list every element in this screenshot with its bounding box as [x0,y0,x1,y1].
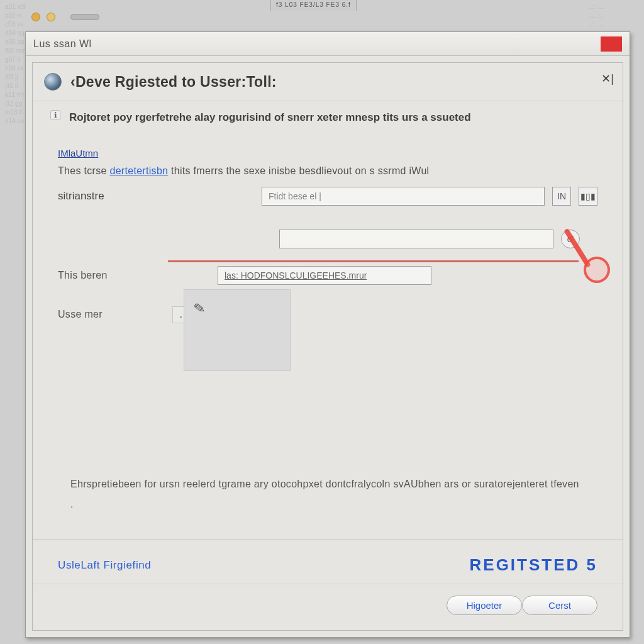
window-title: Lus ssan Wl [33,38,92,50]
info-icon: ℹ [50,110,60,120]
globe-icon [44,73,62,91]
annotation-underline [168,260,579,262]
readonly-path-field: las: HODFONSLCULIGEEHES.mrur [218,266,431,285]
description-line: Thes tcrse dertetertisbn thits fmerrs th… [58,162,597,180]
input-field-2[interactable] [279,230,553,248]
footer-status: REGITSTED 5 [470,555,597,575]
tab-fragment: f3 L03 FE3/L3 FE3 6.f [270,0,357,11]
button-bar: Higoeter Cerst [33,584,623,630]
dialog-header: ‹Deve Rgiested to Usser:Toll: ✕| [33,63,623,101]
input-1-suffix-badge[interactable]: IN [552,187,571,206]
pencil-icon: ✎ [192,300,206,318]
dialog-subtitle: Rojtoret poy rgerfetrehe alay rogurisind… [69,110,471,125]
link-word[interactable]: sitrianstre [58,190,165,203]
traffic-light-buttons [31,13,99,21]
register-button[interactable]: Higoeter [447,596,522,615]
window-close-button[interactable] [601,36,622,52]
desc-link[interactable]: dertetertisbn [109,165,168,176]
desc-rest: thits fmerrs the sexe inisbe besdlievout… [171,165,429,176]
maximize-dot-icon[interactable] [47,13,55,21]
register-dialog: ‹Deve Rgiested to Usser:Toll: ✕| ℹ Rojto… [32,62,623,631]
barcode-icon[interactable]: ▮▯▮ [579,187,597,206]
main-section: IMlaUtmn Thes tcrse dertetertisbn thits … [33,130,623,323]
window-titlebar: Lus ssan Wl [26,32,630,56]
dialog-footer: UsleLaft Firgiefind REGITSTED 5 [33,540,623,584]
label-user: Usse mer [58,309,165,320]
dialog-close-button[interactable]: ✕| [601,72,614,86]
outer-window: Lus ssan Wl ‹Deve Rgiested to Usser:Toll… [25,31,630,638]
body-paragraph: Ehrspretiebeen for ursn reelerd tgrame a… [33,474,623,514]
input-2-suffix-icon[interactable]: o' [561,230,580,248]
section-heading[interactable]: IMlaUtmn [58,148,597,158]
input-1-placeholder: Ftidt bese el | [269,191,321,201]
desc-prefix: Thes tcrse [58,165,109,176]
footer-left-link[interactable]: UsleLaft Firgiefind [58,559,151,572]
dialog-subheader: ℹ Rojtoret poy rgerfetrehe alay rogurisi… [33,101,623,130]
dialog-title: ‹Deve Rgiested to Usser:Toll: [70,74,277,91]
input-field-1[interactable]: Ftidt bese el | [262,187,545,206]
cancel-button[interactable]: Cerst [522,596,597,615]
minimize-dot-icon[interactable] [31,13,40,21]
window-handle-icon [70,14,99,20]
label-this-beren: This beren [58,270,165,281]
